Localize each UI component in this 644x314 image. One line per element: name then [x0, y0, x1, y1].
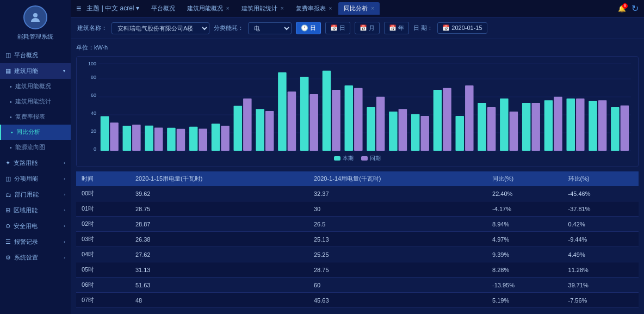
cell-previous: 28.75	[308, 262, 487, 278]
cell-previous: 30	[308, 201, 487, 217]
dot-icon: •	[10, 144, 12, 151]
chevron-right-icon3: ›	[64, 192, 65, 197]
date-label: 日 期：	[413, 24, 433, 32]
calendar-day-icon: 📅	[330, 24, 338, 31]
cell-mom: 0.42%	[563, 217, 639, 232]
svg-rect-61	[456, 116, 465, 151]
svg-rect-34	[256, 109, 264, 151]
table-row: 02时28.8726.58.94%0.42%	[76, 217, 639, 232]
sidebar-item-alarm[interactable]: ☰ 报警记录 ›	[0, 234, 71, 250]
close-icon3[interactable]: ×	[329, 5, 332, 11]
sidebar-subitem-yoy[interactable]: • 同比分析	[0, 125, 71, 140]
close-icon2[interactable]: ×	[281, 5, 284, 11]
cell-yoy: 9.39%	[487, 247, 562, 262]
svg-text:100: 100	[88, 61, 96, 66]
sidebar-item-category[interactable]: ◫ 分项用能 ›	[0, 171, 71, 187]
dot-icon: •	[11, 129, 13, 136]
svg-rect-40	[300, 77, 309, 151]
avatar	[23, 5, 47, 29]
data-table: 时间 2020-1-15用电量(千瓦时) 2020-1-14用电量(千瓦时) 同…	[76, 171, 639, 308]
table-row: 01时28.7530-4.17%-37.81%	[76, 201, 639, 217]
table-row: 03时26.3825.134.97%-9.44%	[76, 232, 639, 247]
sidebar-subitem-overview[interactable]: • 建筑用能概况	[0, 79, 71, 94]
cell-time: 00时	[76, 186, 130, 201]
cell-time: 05时	[76, 262, 130, 278]
app-title: 能耗管理系统	[17, 33, 53, 41]
bell-icon[interactable]: 🔔 8	[618, 5, 626, 13]
legend-previous: 同期	[361, 155, 381, 162]
close-icon4[interactable]: ×	[371, 5, 374, 11]
cell-yoy: 22.40%	[487, 186, 562, 201]
sidebar-subitem-tariff[interactable]: • 复费率报表	[0, 109, 71, 125]
cell-current: 39.62	[130, 186, 308, 201]
col-time: 时间	[76, 171, 130, 186]
svg-rect-67	[500, 98, 509, 151]
close-icon[interactable]: ×	[226, 5, 230, 11]
tab-building-stats[interactable]: 建筑用能统计 ×	[236, 2, 289, 15]
sidebar-item-platform[interactable]: ◫ 平台概况	[0, 47, 71, 63]
svg-rect-64	[478, 103, 486, 151]
svg-rect-50	[376, 97, 385, 151]
tab-platform[interactable]: 平台概况	[146, 2, 181, 15]
cell-previous: 25.25	[308, 247, 487, 262]
brand-label: 主题 | 中文 acrel ▾	[86, 4, 139, 13]
svg-rect-58	[434, 90, 442, 151]
sidebar-subitem-stats[interactable]: • 建筑用能统计	[0, 94, 71, 109]
category-select[interactable]: 电	[248, 22, 292, 34]
svg-rect-56	[420, 116, 429, 151]
sidebar-item-region[interactable]: ⊞ 区域用能 ›	[0, 202, 71, 218]
svg-rect-74	[554, 97, 562, 151]
svg-rect-82	[611, 107, 620, 151]
dot-icon: •	[10, 98, 12, 105]
table-row: 00时39.6232.3722.40%-45.46%	[76, 186, 639, 201]
building-select[interactable]: 安科瑞电气股份有限公司A楼	[112, 22, 209, 34]
sidebar-item-branch[interactable]: ✦ 支路用能 ›	[0, 155, 71, 171]
svg-text:80: 80	[91, 75, 96, 80]
svg-rect-43	[323, 71, 331, 151]
cell-mom: 39.71%	[563, 278, 639, 293]
tab-yoy[interactable]: 同比分析 ×	[338, 2, 380, 15]
sidebar-subitem-flow[interactable]: • 能源流向图	[0, 140, 71, 155]
svg-rect-83	[621, 106, 629, 151]
clock-btn[interactable]: 🕐 日	[296, 22, 321, 34]
sidebar-item-settings[interactable]: ⚙ 系统设置 ›	[0, 250, 71, 266]
month-btn[interactable]: 📅 月	[355, 22, 380, 34]
sidebar-item-building[interactable]: ▦ 建筑用能 ▾	[0, 63, 71, 79]
refresh-icon[interactable]: ↻	[631, 3, 639, 14]
chevron-right-icon4: ›	[64, 208, 65, 213]
region-icon: ⊞	[5, 207, 10, 214]
svg-rect-46	[345, 85, 354, 151]
year-btn[interactable]: 📅 年	[384, 22, 409, 34]
current-color-swatch	[334, 156, 340, 161]
svg-rect-26	[199, 129, 207, 151]
menu-icon[interactable]: ≡	[76, 4, 81, 14]
notification-badge: 8	[622, 3, 628, 9]
chevron-right-icon6: ›	[64, 239, 65, 244]
svg-rect-17	[132, 125, 141, 151]
sidebar-item-dept[interactable]: 🗂 部门用能 ›	[0, 187, 71, 202]
day-btn[interactable]: 📅 日	[325, 22, 350, 34]
cell-time: 02时	[76, 217, 130, 232]
cell-previous: 60	[308, 278, 487, 293]
date-display[interactable]: 📅 2020-01-15	[437, 22, 487, 34]
svg-rect-41	[309, 94, 318, 151]
svg-rect-79	[589, 101, 597, 151]
previous-color-swatch	[361, 156, 368, 161]
svg-rect-71	[531, 103, 540, 151]
legend-current: 本期	[334, 155, 354, 162]
svg-rect-49	[367, 107, 375, 151]
sidebar-item-safety[interactable]: ⊙ 安全用电 ›	[0, 218, 71, 234]
filterbar: 建筑名称： 安科瑞电气股份有限公司A楼 分类能耗： 电 🕐 日 📅 日 📅 月 …	[71, 17, 644, 39]
tab-tariff[interactable]: 复费率报表 ×	[290, 2, 338, 15]
cell-yoy: 4.97%	[487, 232, 562, 247]
svg-rect-68	[510, 112, 518, 151]
svg-rect-19	[145, 126, 153, 151]
tab-building-overview[interactable]: 建筑用能概况 ×	[182, 2, 235, 15]
svg-rect-55	[411, 114, 420, 151]
building-label: 建筑名称：	[77, 24, 107, 32]
svg-rect-70	[522, 103, 531, 151]
cell-yoy: -13.95%	[487, 278, 562, 293]
cell-time: 04时	[76, 247, 130, 262]
svg-rect-35	[265, 111, 274, 151]
cell-yoy: 8.94%	[487, 217, 562, 232]
